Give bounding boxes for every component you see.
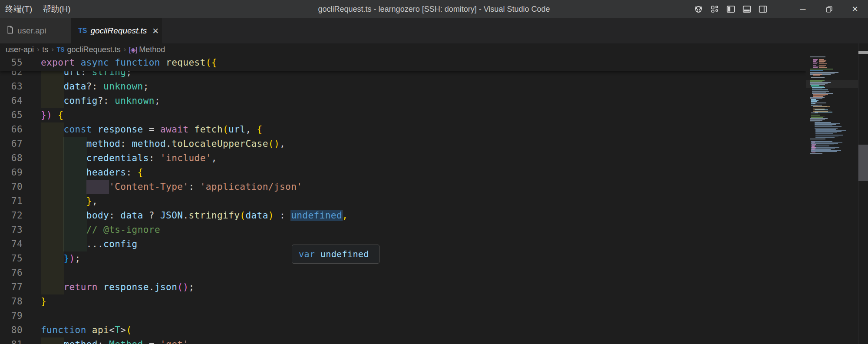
minimap-code-bar <box>810 139 825 139</box>
minimap-code-bar <box>812 144 816 145</box>
minimap-code-bar <box>810 72 838 73</box>
minimap-code-bar <box>819 60 826 61</box>
minimap-code-bar <box>810 97 825 98</box>
code-editor[interactable]: 62url: string;63data?: unknown;64config?… <box>0 56 806 344</box>
breadcrumb-item-folder[interactable]: ts <box>42 45 48 54</box>
minimap-code-bar <box>810 83 828 84</box>
copilot-icon[interactable] <box>690 0 706 18</box>
line-number: 76 <box>0 266 23 280</box>
typescript-icon: TS <box>78 27 87 35</box>
code-line[interactable]: 80function api<T>( <box>0 323 806 337</box>
minimap-code-bar <box>811 112 818 113</box>
close-window-button[interactable]: ✕ <box>842 0 868 18</box>
minimap-code-bar <box>815 133 833 134</box>
minimap-code-bar <box>819 67 827 68</box>
minimap-code-bar <box>815 135 843 136</box>
tab-user-api[interactable]: user.api <box>0 18 71 43</box>
minimap-code-bar <box>813 61 816 62</box>
breadcrumb: user-api › ts › TS gocliRequest.ts › [◈]… <box>0 43 806 56</box>
code-line[interactable]: 69headers: { <box>0 165 806 180</box>
code-line[interactable]: 64config?: unknown; <box>0 94 806 108</box>
indent-guide-tint <box>41 194 64 208</box>
code-line[interactable]: 75}); <box>0 251 806 266</box>
minimap-code-bar <box>819 63 824 63</box>
breadcrumb-item-folder[interactable]: user-api <box>6 45 34 54</box>
tab-label: gocliRequest.ts <box>90 26 147 36</box>
minimap-code-bar <box>819 65 826 66</box>
minimap-code-bar <box>815 122 831 123</box>
minimap-code-bar <box>810 69 833 69</box>
tab-goclirequest[interactable]: TS gocliRequest.ts ✕ <box>71 18 162 43</box>
code-line[interactable]: 79 <box>0 309 806 323</box>
code-line[interactable]: 78} <box>0 294 806 309</box>
indent-guide-tint <box>41 180 64 194</box>
sticky-scroll-line[interactable]: 55export async function request({ <box>0 56 806 71</box>
tooltip-keyword: var <box>299 249 315 259</box>
toggle-panel-icon[interactable] <box>739 0 755 18</box>
breadcrumb-item-file[interactable]: gocliRequest.ts <box>67 45 121 54</box>
minimap-code-bar <box>811 114 822 115</box>
chevron-right-icon: › <box>51 46 53 53</box>
indent-guide-tint <box>63 165 86 180</box>
minimap[interactable] <box>806 43 858 344</box>
menu-help[interactable]: 帮助(H) <box>37 0 76 18</box>
minimap-code-bar <box>815 128 838 129</box>
code-line[interactable]: 81method: Method = 'get', <box>0 337 806 344</box>
minimap-code-bar <box>815 109 828 110</box>
code-line[interactable]: 55export async function request({ <box>0 56 806 70</box>
scrollbar-thumb[interactable] <box>858 145 868 181</box>
customize-layout-icon[interactable] <box>706 0 723 18</box>
code-line[interactable]: 73// @ts-ignore <box>0 223 806 237</box>
code-line[interactable]: 63data?: unknown; <box>0 79 806 94</box>
menu-terminal[interactable]: 终端(T) <box>0 0 37 18</box>
minimap-code-bar <box>815 130 846 131</box>
code-line[interactable]: 76 <box>0 266 806 280</box>
line-number: 70 <box>0 180 23 194</box>
minimap-code-bar <box>810 120 822 121</box>
breadcrumb-item-symbol[interactable]: Method <box>139 45 165 54</box>
indent-guide-tint <box>41 266 64 280</box>
code-line[interactable]: 72body: data ? JSON.stringify(data) : un… <box>0 208 806 223</box>
hover-tooltip: var undefined <box>292 245 380 264</box>
code-line[interactable]: 70'Content-Type': 'application/json' <box>0 180 806 194</box>
chevron-right-icon: › <box>124 46 126 53</box>
minimap-code-bar <box>811 85 819 86</box>
line-number: 65 <box>0 108 23 122</box>
indent-guide-tint <box>41 337 64 344</box>
minimap-code-bar <box>813 95 825 96</box>
code-line[interactable]: 71}, <box>0 194 806 208</box>
minimap-code-bar <box>819 63 827 64</box>
minimap-code-bar <box>819 61 825 62</box>
scrollbar-track[interactable] <box>858 43 868 344</box>
indent-guide-tint <box>41 79 64 94</box>
indent-guide-tint <box>63 237 86 251</box>
minimap-code-bar <box>811 116 825 117</box>
indent-guide-tint <box>41 223 64 237</box>
minimize-button[interactable]: ─ <box>790 0 816 18</box>
line-number: 74 <box>0 237 23 251</box>
minimap-code-bar <box>813 63 817 64</box>
close-tab-icon[interactable]: ✕ <box>152 26 159 36</box>
minimap-code-bar <box>815 132 837 133</box>
code-line[interactable]: 65}) { <box>0 108 806 122</box>
whitespace-selection <box>86 180 109 194</box>
minimap-code-bar <box>810 118 828 119</box>
code-line[interactable]: 77return response.json(); <box>0 280 806 294</box>
code-line[interactable]: 66const response = await fetch(url, { <box>0 122 806 137</box>
minimap-code-bar <box>810 80 825 81</box>
minimap-code-bar <box>815 129 836 130</box>
code-line[interactable]: 67method: method.toLocaleUpperCase(), <box>0 137 806 151</box>
minimap-code-bar <box>811 86 824 87</box>
code-line[interactable]: 68credentials: 'include', <box>0 151 806 165</box>
minimap-code-bar <box>813 104 824 105</box>
toggle-primary-sidebar-icon[interactable] <box>723 0 739 18</box>
toggle-secondary-sidebar-icon[interactable] <box>755 0 771 18</box>
line-number: 69 <box>0 165 23 180</box>
line-number: 75 <box>0 251 23 266</box>
code-line[interactable]: 74...config <box>0 237 806 251</box>
typescript-icon: TS <box>57 46 65 53</box>
minimap-code-bar <box>815 111 835 112</box>
indent-guide-tint <box>41 237 64 251</box>
restore-button[interactable] <box>816 0 842 18</box>
minimap-code-bar <box>815 137 835 138</box>
